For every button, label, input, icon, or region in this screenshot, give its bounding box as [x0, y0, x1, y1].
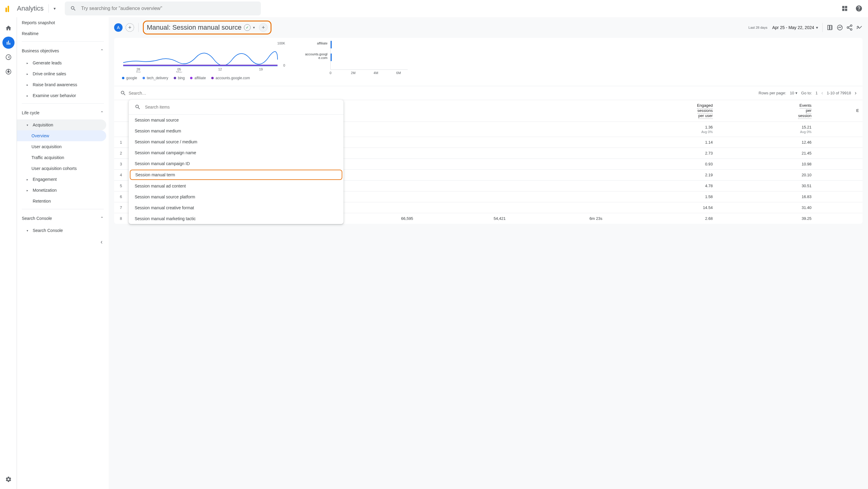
nav-search-console[interactable]: ▾Search Console [17, 225, 108, 236]
property-selector-dropdown[interactable]: ▾ [54, 6, 56, 11]
svg-text:May: May [177, 71, 182, 73]
svg-text:Apr: Apr [136, 71, 141, 73]
brand-name: Analytics [17, 4, 43, 12]
line-chart: 100K 0 28 Apr 05 May 12 [120, 41, 290, 81]
dimension-option[interactable]: Session manual term [130, 170, 342, 180]
nav-generate-leads[interactable]: ▸Generate leads [17, 58, 108, 68]
dimension-option[interactable]: Session manual source platform [129, 191, 343, 202]
svg-text:6M: 6M [396, 71, 401, 75]
search-icon [135, 104, 141, 110]
rail-reports[interactable] [2, 37, 14, 49]
svg-rect-0 [842, 6, 844, 8]
svg-point-6 [7, 71, 9, 73]
goto-input[interactable]: 1 [816, 91, 818, 95]
rail-home[interactable] [2, 22, 14, 34]
chart-legend: google tech_delivery bing affiliate acco… [120, 76, 290, 80]
svg-text:12: 12 [218, 67, 222, 71]
help-icon[interactable] [855, 5, 863, 12]
dimension-option[interactable]: Session manual medium [129, 126, 343, 136]
global-search[interactable] [65, 1, 261, 15]
dimension-option[interactable]: Session manual campaign ID [129, 158, 343, 169]
analytics-logo: Analytics [5, 4, 43, 12]
svg-rect-30 [331, 54, 332, 61]
segment-badge[interactable]: A [114, 23, 123, 32]
report-card: 100K 0 28 Apr 05 May 12 [114, 38, 863, 224]
dimension-option[interactable]: Session manual creative format [129, 202, 343, 213]
page-range: 1-10 of 79918 [827, 91, 851, 95]
svg-text:100K: 100K [277, 41, 285, 45]
report-title-selector[interactable]: Manual: Session manual source ✓ ▾ + [143, 21, 272, 34]
app-header: Analytics ▾ [0, 0, 868, 17]
nav-reports-snapshot[interactable]: Reports snapshot [17, 17, 108, 28]
table-search-icon [120, 90, 126, 96]
svg-rect-8 [828, 25, 830, 30]
workspaces-icon[interactable] [841, 5, 848, 12]
nav-examine-user-behavior[interactable]: ▸Examine user behavior [17, 90, 108, 101]
svg-text:0: 0 [330, 71, 332, 75]
rail-admin[interactable] [2, 473, 14, 485]
insights-icon[interactable] [837, 24, 843, 31]
sidebar-collapse[interactable]: ‹ [17, 236, 108, 248]
col-engaged-sessions[interactable]: Engagedsessionsper user [606, 100, 716, 122]
add-segment-button[interactable]: + [126, 23, 134, 32]
col-events-per-session[interactable]: Eventspersession [716, 100, 815, 122]
dropdown-caret-icon[interactable]: ▾ [253, 25, 255, 30]
dimension-option[interactable]: Session manual source [129, 115, 343, 126]
nav-acquisition[interactable]: ▾Acquisition [17, 120, 106, 130]
nav-monetization[interactable]: ▸Monetization [17, 185, 108, 196]
svg-text:affiliate: affiliate [317, 41, 328, 45]
trends-icon[interactable] [856, 24, 863, 31]
report-sidebar: Reports snapshot Realtime Business objec… [17, 17, 108, 489]
page-next[interactable]: › [855, 90, 857, 96]
nav-acquisition-overview[interactable]: Overview [17, 130, 106, 141]
date-range-label: Last 28 days [748, 26, 767, 29]
main-content: A + Manual: Session manual source ✓ ▾ + … [108, 17, 868, 489]
dimension-option[interactable]: Session manual campaign name [129, 147, 343, 158]
date-range-picker[interactable]: Apr 25 - May 22, 2024 ▾ [772, 25, 818, 30]
goto-label: Go to: [801, 91, 812, 95]
col-e-partial[interactable]: E [815, 100, 863, 122]
rail-explore[interactable] [2, 51, 14, 63]
nav-user-acquisition-cohorts[interactable]: User acquisition cohorts [17, 163, 108, 174]
compare-icon[interactable] [827, 24, 834, 31]
nav-drive-online-sales[interactable]: ▸Drive online sales [17, 68, 108, 79]
svg-text:e.com: e.com [318, 56, 328, 60]
table-search-input[interactable] [129, 91, 753, 96]
svg-rect-1 [845, 6, 847, 8]
add-dimension-button[interactable]: + [259, 23, 268, 32]
rail-advertising[interactable] [2, 66, 14, 78]
svg-point-13 [847, 27, 849, 28]
svg-line-15 [849, 26, 850, 27]
separator [49, 4, 49, 13]
svg-point-12 [850, 25, 852, 27]
svg-rect-2 [842, 9, 844, 11]
svg-text:0: 0 [283, 64, 285, 67]
nav-rail [0, 17, 17, 489]
report-toolbar: A + Manual: Session manual source ✓ ▾ + … [108, 17, 868, 38]
nav-life-cycle[interactable]: Life cycle⌃ [17, 106, 108, 120]
share-icon[interactable] [846, 24, 853, 31]
nav-traffic-acquisition[interactable]: Traffic acquisition [17, 152, 108, 163]
nav-retention[interactable]: Retention [17, 196, 108, 206]
svg-line-16 [849, 28, 850, 29]
nav-raise-brand-awareness[interactable]: ▸Raise brand awareness [17, 79, 108, 90]
global-search-input[interactable] [81, 6, 255, 11]
nav-engagement[interactable]: ▸Engagement [17, 174, 108, 185]
table-controls: Rows per page: 10 ▾ Go to: 1 ‹ 1-10 of 7… [114, 86, 863, 100]
nav-search-console-group[interactable]: Search Console⌃ [17, 212, 108, 225]
analytics-logo-icon [5, 5, 13, 12]
nav-user-acquisition[interactable]: User acquisition [17, 141, 108, 152]
page-prev[interactable]: ‹ [822, 90, 823, 96]
search-icon [70, 5, 76, 11]
svg-text:accounts.googl: accounts.googl [305, 52, 328, 56]
nav-business-objectives[interactable]: Business objectives⌃ [17, 44, 108, 58]
dimension-option[interactable]: Session manual ad content [129, 181, 343, 191]
svg-rect-3 [845, 9, 847, 11]
nav-realtime[interactable]: Realtime [17, 28, 108, 39]
dimension-search-input[interactable] [145, 105, 337, 109]
verified-icon: ✓ [244, 24, 251, 31]
svg-rect-9 [830, 25, 832, 30]
dimension-option[interactable]: Session manual source / medium [129, 136, 343, 147]
dimension-option[interactable]: Session manual marketing tactic [129, 213, 343, 224]
rows-per-page-select[interactable]: 10 ▾ [790, 91, 798, 95]
